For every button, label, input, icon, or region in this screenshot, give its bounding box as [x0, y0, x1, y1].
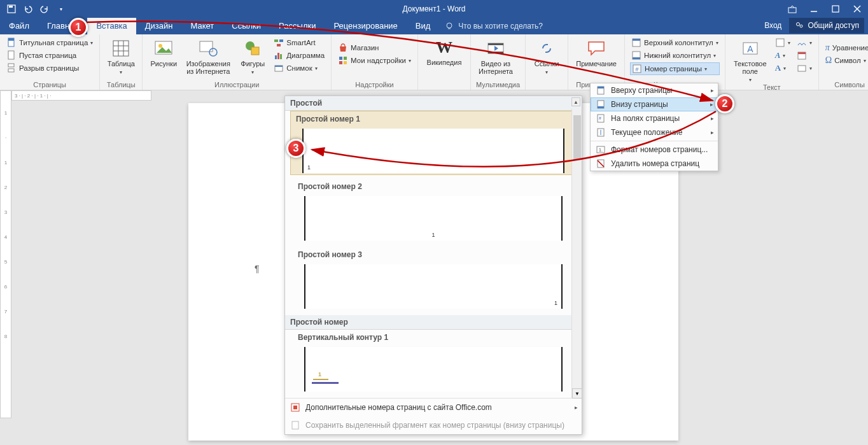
ribbon-display-options[interactable]	[781, 0, 803, 18]
page-icon	[6, 38, 17, 48]
more-from-office[interactable]: Дополнительные номера страниц с сайта Of…	[285, 399, 582, 416]
page-number-icon: #	[632, 64, 642, 74]
menuitem-bottom-of-page[interactable]: Внизу страницы▸	[591, 97, 718, 111]
tab-design[interactable]: Дизайн	[136, 18, 182, 34]
smartart-button[interactable]: SmartArt	[272, 37, 326, 48]
shapes-button[interactable]: Фигуры▾	[237, 37, 269, 76]
links-button[interactable]: Ссылки▾	[531, 37, 563, 76]
gallery-scroll-up[interactable]: ▲	[571, 97, 580, 106]
gallery-scroll-down[interactable]: ▼	[572, 388, 582, 399]
object-icon	[797, 63, 807, 73]
tab-review[interactable]: Рецензирование	[325, 18, 406, 34]
quick-parts-button[interactable]: ▾	[774, 37, 792, 48]
save-button[interactable]	[5, 3, 18, 15]
wordart-icon: A	[775, 50, 781, 60]
wordart-button[interactable]: A▾	[774, 50, 792, 61]
svg-rect-29	[277, 44, 281, 46]
group-symbols-label: Символы	[824, 81, 868, 90]
paragraph-mark: ¶	[255, 264, 260, 274]
svg-rect-50	[776, 39, 784, 46]
group-addins-label: Надстройки	[337, 81, 412, 90]
svg-rect-53	[798, 66, 806, 71]
svg-rect-35	[339, 57, 342, 60]
svg-rect-67	[293, 406, 297, 409]
tab-file[interactable]: Файл	[0, 18, 38, 34]
pictures-button[interactable]: Рисунки	[148, 37, 179, 67]
window-title: Документ1 - Word	[402, 4, 465, 13]
gallery-item-simple-3[interactable]: Простой номер 3 1	[293, 247, 574, 309]
maximize-button[interactable]	[825, 0, 846, 18]
vertical-ruler[interactable]: 1· 12 34 56 78	[0, 90, 11, 418]
my-addins-button[interactable]: Мои надстройки ▾	[337, 55, 412, 66]
symbol-button[interactable]: ΩСимвол ▾	[824, 55, 868, 66]
tell-me[interactable]: Что вы хотите сделать?	[444, 18, 543, 34]
minimize-button[interactable]	[803, 0, 825, 18]
scrollbar-thumb[interactable]	[573, 115, 581, 160]
menuitem-page-margins[interactable]: #На полях страницы▸	[591, 111, 718, 125]
svg-rect-15	[8, 69, 14, 72]
parts-icon	[775, 38, 785, 48]
svg-rect-28	[279, 39, 283, 42]
tab-insert[interactable]: Вставка	[87, 18, 136, 34]
drop-cap-button[interactable]: A▾	[774, 62, 792, 74]
redo-button[interactable]	[38, 3, 51, 15]
tab-mailings[interactable]: Рассылки	[270, 18, 325, 34]
chart-icon	[274, 50, 284, 60]
footer-button[interactable]: Нижний колонтитул ▾	[630, 50, 720, 61]
signature-line-button[interactable]: ▾	[795, 37, 813, 48]
comment-icon	[586, 38, 606, 59]
store-button[interactable]: Магазин	[337, 42, 412, 53]
qat-customize[interactable]: ▾	[55, 3, 67, 15]
page-bottom-icon	[596, 99, 606, 109]
tab-view[interactable]: Вид	[407, 18, 440, 34]
date-time-button[interactable]	[795, 50, 813, 61]
signin-link[interactable]: Вход	[764, 21, 781, 30]
svg-point-10	[800, 25, 802, 27]
svg-rect-31	[277, 53, 279, 59]
menuitem-remove-page-numbers[interactable]: Удалить номера страниц	[591, 157, 718, 171]
blank-page-icon	[6, 50, 17, 60]
online-video-button[interactable]: Видео из Интернета	[476, 37, 515, 75]
page-number-button[interactable]: #Номер страницы ▾	[630, 62, 720, 75]
footer-icon	[631, 50, 641, 60]
table-button[interactable]: Таблица▾	[105, 37, 137, 76]
screenshot-button[interactable]: Снимок▾	[272, 62, 326, 74]
svg-text:1.: 1.	[599, 147, 603, 153]
share-button[interactable]: Общий доступ	[789, 18, 864, 33]
blank-page-button[interactable]: Пустая страница	[5, 50, 94, 61]
chart-button[interactable]: Диаграмма	[272, 50, 326, 61]
horizontal-ruler[interactable]: 3 · | · 2 · | · 1 · | ·	[11, 90, 151, 101]
svg-rect-34	[275, 66, 283, 67]
gallery-item-simple-1[interactable]: Простой номер 1 1	[290, 111, 577, 175]
svg-point-7	[447, 23, 452, 28]
page-break-button[interactable]: Разрыв страницы	[5, 62, 94, 74]
close-button[interactable]	[846, 0, 868, 18]
undo-button[interactable]	[22, 3, 34, 15]
gallery-item-vertical-1[interactable]: Вертикальный контур 1 1	[293, 330, 574, 392]
svg-rect-57	[598, 106, 604, 108]
gallery-scrollbar[interactable]: ▼	[571, 109, 582, 399]
svg-rect-2	[788, 8, 796, 13]
cover-page-button[interactable]: Титульная страница▾	[5, 37, 94, 48]
table-icon	[111, 38, 131, 59]
save-selection-as-page-number: Сохранить выделенный фрагмент как номер …	[285, 416, 582, 434]
gallery-item-simple-2[interactable]: Простой номер 2 1	[293, 179, 574, 241]
svg-rect-45	[633, 57, 640, 59]
tab-layout[interactable]: Макет	[181, 18, 223, 34]
tab-references[interactable]: Ссылки	[223, 18, 270, 34]
equation-button[interactable]: πУравнение ▾	[824, 42, 868, 53]
menuitem-top-of-page[interactable]: Вверху страницы▸	[591, 83, 718, 97]
menuitem-format-page-numbers[interactable]: 1.Формат номеров страниц...	[591, 143, 718, 157]
header-button[interactable]: Верхний колонтитул ▾	[630, 37, 720, 48]
comment-button[interactable]: Примечание	[573, 37, 619, 67]
svg-point-24	[209, 48, 217, 56]
svg-rect-27	[274, 39, 278, 42]
object-button[interactable]: ▾	[795, 62, 813, 74]
save-selection-icon	[290, 420, 300, 430]
menuitem-current-position[interactable]: Текущее положение▸	[591, 125, 718, 139]
online-pictures-button[interactable]: Изображения из Интернета	[183, 37, 233, 75]
svg-rect-38	[344, 61, 347, 64]
omega-icon: Ω	[825, 55, 832, 66]
wikipedia-button[interactable]: WВикипедия	[423, 37, 465, 66]
textbox-button[interactable]: AТекстовое поле▾	[731, 37, 770, 83]
